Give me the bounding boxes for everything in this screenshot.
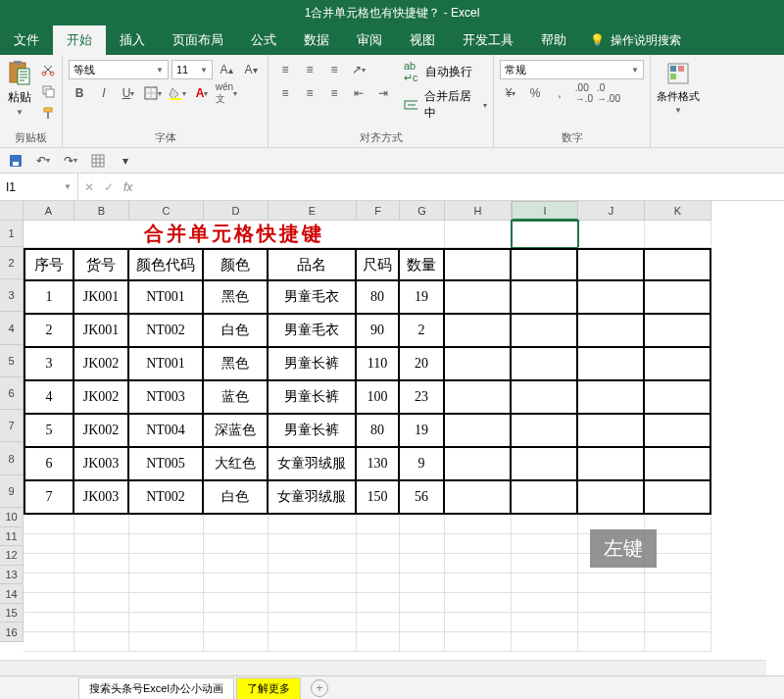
- cell[interactable]: 130: [357, 448, 400, 481]
- menu-tab-4[interactable]: 公式: [237, 25, 290, 55]
- cell[interactable]: [578, 221, 645, 248]
- cell[interactable]: 货号: [74, 248, 129, 281]
- cell[interactable]: 女童羽绒服: [269, 481, 357, 515]
- qa-grid-button[interactable]: [88, 151, 108, 171]
- cell[interactable]: [512, 534, 578, 554]
- menu-tab-5[interactable]: 数据: [290, 25, 343, 55]
- increase-decimal-button[interactable]: .00→.0: [573, 83, 595, 103]
- align-bottom-button[interactable]: ≡: [323, 60, 345, 79]
- col-header[interactable]: J: [578, 201, 645, 221]
- cell[interactable]: [74, 515, 129, 534]
- cell[interactable]: [400, 613, 445, 632]
- cell[interactable]: 尺码: [357, 248, 400, 281]
- cell[interactable]: [357, 632, 400, 652]
- cell[interactable]: 颜色代码: [129, 248, 204, 281]
- cell[interactable]: [400, 515, 445, 534]
- cell[interactable]: [645, 248, 711, 281]
- cell[interactable]: [645, 315, 711, 348]
- cell[interactable]: [512, 248, 578, 281]
- cell[interactable]: [24, 613, 74, 632]
- align-center-button[interactable]: ≡: [299, 83, 320, 103]
- cell[interactable]: [129, 632, 204, 652]
- menu-tab-7[interactable]: 视图: [396, 25, 449, 55]
- cell[interactable]: [645, 381, 711, 415]
- cell[interactable]: [512, 415, 578, 448]
- cell[interactable]: 男童毛衣: [269, 315, 357, 348]
- row-header[interactable]: 14: [0, 584, 24, 604]
- cell[interactable]: 1: [24, 281, 74, 315]
- cell[interactable]: [512, 448, 578, 481]
- cell[interactable]: [578, 481, 645, 515]
- cell[interactable]: [645, 448, 711, 481]
- cell[interactable]: [645, 632, 711, 652]
- cell[interactable]: 6: [24, 448, 74, 481]
- cell[interactable]: [512, 593, 578, 613]
- align-right-button[interactable]: ≡: [323, 83, 345, 103]
- cell[interactable]: [204, 574, 269, 593]
- cell[interactable]: [74, 593, 129, 613]
- cancel-edit-button[interactable]: ✕: [84, 180, 94, 194]
- cell[interactable]: 女童羽绒服: [269, 448, 357, 481]
- align-top-button[interactable]: ≡: [274, 60, 296, 79]
- cell[interactable]: 19: [400, 281, 445, 315]
- cell[interactable]: [445, 448, 512, 481]
- cell[interactable]: [578, 348, 645, 381]
- orientation-button[interactable]: ↗▾: [348, 60, 369, 79]
- col-header[interactable]: G: [400, 201, 445, 221]
- cell[interactable]: 深蓝色: [204, 415, 269, 448]
- cell[interactable]: [357, 593, 400, 613]
- cell[interactable]: 9: [400, 448, 445, 481]
- cell[interactable]: [578, 448, 645, 481]
- row-header[interactable]: 8: [0, 442, 24, 474]
- cell[interactable]: [645, 613, 711, 632]
- cell[interactable]: [512, 281, 578, 315]
- row-header[interactable]: 15: [0, 604, 24, 624]
- comma-format-button[interactable]: ,: [549, 83, 570, 103]
- cell[interactable]: [357, 515, 400, 534]
- cell[interactable]: [400, 593, 445, 613]
- cell[interactable]: [512, 221, 578, 248]
- redo-button[interactable]: ↷▾: [61, 151, 80, 171]
- cut-button[interactable]: [37, 60, 59, 79]
- cell[interactable]: 100: [357, 381, 400, 415]
- row-header[interactable]: 1: [0, 221, 24, 247]
- cell[interactable]: [645, 415, 711, 448]
- cell[interactable]: [445, 415, 512, 448]
- cell[interactable]: [445, 632, 512, 652]
- cell[interactable]: 白色: [204, 315, 269, 348]
- cell[interactable]: 白色: [204, 481, 269, 515]
- col-header[interactable]: F: [357, 201, 400, 221]
- cell[interactable]: [445, 534, 512, 554]
- cell[interactable]: 90: [357, 315, 400, 348]
- col-header[interactable]: E: [269, 201, 357, 221]
- cell[interactable]: [578, 248, 645, 281]
- confirm-edit-button[interactable]: ✓: [104, 180, 114, 194]
- cell[interactable]: [512, 315, 578, 348]
- cell[interactable]: 大红色: [204, 448, 269, 481]
- cell[interactable]: 80: [357, 415, 400, 448]
- menu-tab-2[interactable]: 插入: [106, 25, 159, 55]
- cell[interactable]: [129, 534, 204, 554]
- cell[interactable]: [24, 554, 74, 574]
- cell[interactable]: [269, 593, 357, 613]
- cell[interactable]: 数量: [400, 248, 445, 281]
- cell[interactable]: 7: [24, 481, 74, 515]
- cell[interactable]: 2: [24, 315, 74, 348]
- cell[interactable]: [512, 632, 578, 652]
- cell[interactable]: [357, 534, 400, 554]
- cell[interactable]: [445, 613, 512, 632]
- copy-button[interactable]: [37, 81, 59, 101]
- spreadsheet-grid[interactable]: 12345678910111213141516 ABCDEFGHIJK 合并单元…: [0, 201, 784, 642]
- cell[interactable]: 品名: [269, 248, 357, 281]
- row-header[interactable]: 13: [0, 566, 24, 585]
- paste-button[interactable]: 粘贴 ▼: [6, 60, 33, 117]
- row-header[interactable]: 10: [0, 508, 24, 527]
- cell[interactable]: [445, 574, 512, 593]
- row-header[interactable]: 2: [0, 247, 24, 279]
- row-header[interactable]: 7: [0, 410, 24, 442]
- cell[interactable]: JK001: [74, 281, 129, 315]
- cell[interactable]: [204, 593, 269, 613]
- cell[interactable]: [578, 593, 645, 613]
- menu-tab-8[interactable]: 开发工具: [449, 25, 527, 55]
- cell[interactable]: [445, 348, 512, 381]
